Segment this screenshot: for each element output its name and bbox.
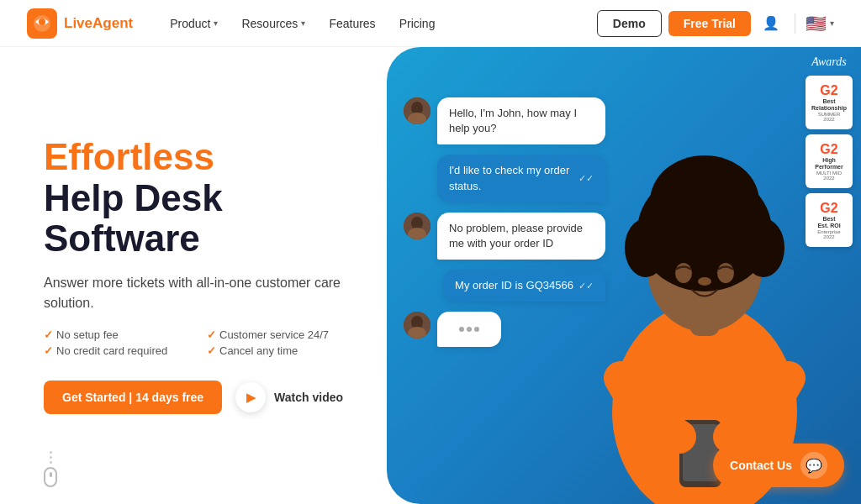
svg-point-9 [650, 155, 759, 248]
scroll-dot [50, 451, 52, 454]
chat-message-1: Hello, I'm John, how may I help you? [404, 97, 605, 144]
chat-area: Hello, I'm John, how may I help you? I'd… [404, 97, 605, 347]
typing-bubble [437, 312, 501, 347]
navigation: LiveAgent Product ▾ Resources ▾ Features… [0, 0, 861, 47]
chat-message-2: I'd like to check my order status. ✓✓ [437, 155, 605, 202]
hero-section: Effortless Help Desk Software Answer mor… [0, 47, 861, 504]
agent-avatar-3 [404, 312, 430, 339]
chat-message-3: No problem, please provide me with your … [404, 213, 605, 260]
scroll-mouse-dot [50, 472, 52, 477]
scroll-mouse [44, 467, 57, 487]
award-badge-1: G2 BestRelationship SUMMER2022 [806, 76, 853, 129]
nav-actions: Demo Free Trial 👤 🇺🇸 ▾ [597, 10, 834, 37]
feature-item-4: ✓ Cancel any time [207, 344, 353, 357]
free-trial-button[interactable]: Free Trial [668, 11, 751, 36]
read-receipt-icon: ✓✓ [578, 280, 594, 292]
award-badge-3: G2 BestEst. ROI Enterprise2022 [806, 193, 853, 247]
scroll-dots [50, 451, 52, 464]
headline-main: Help Desk Software [44, 178, 353, 260]
hero-right: Hello, I'm John, how may I help you? I'd… [387, 47, 861, 504]
agent-avatar-1 [404, 97, 430, 124]
headline-effortless: Effortless [44, 137, 353, 177]
g2-logo-2: G2 [820, 142, 837, 157]
chat-bubble-2: I'd like to check my order status. ✓✓ [437, 155, 605, 202]
nav-item-pricing[interactable]: Pricing [389, 12, 446, 35]
feature-item-2: ✓ Customer service 24/7 [207, 328, 353, 341]
nav-links: Product ▾ Resources ▾ Features Pricing [160, 12, 597, 35]
scroll-dot [50, 456, 52, 459]
chat-bubble-1: Hello, I'm John, how may I help you? [437, 97, 605, 144]
typing-dot [459, 327, 464, 332]
hero-cta: Get Started | 14 days free ▶ Watch video [44, 381, 353, 414]
hero-subtitle: Answer more tickets with all-in-one cust… [44, 273, 353, 313]
logo-text: LiveAgent [64, 15, 133, 32]
check-icon: ✓ [44, 328, 53, 341]
chat-bubble-3: No problem, please provide me with your … [437, 213, 605, 260]
svg-point-2 [39, 18, 45, 25]
logo[interactable]: LiveAgent [27, 8, 133, 39]
hero-features: ✓ No setup fee ✓ Customer service 24/7 ✓… [44, 328, 353, 357]
chat-icon: 💬 [800, 452, 827, 479]
scroll-dot [50, 461, 52, 464]
award-season-3: Enterprise2022 [817, 229, 840, 239]
awards-panel: Awards G2 BestRelationship SUMMER2022 G2… [806, 55, 853, 247]
read-receipt-icon: ✓✓ [578, 172, 594, 185]
agent-avatar-2 [404, 213, 430, 239]
nav-item-resources[interactable]: Resources ▾ [231, 12, 315, 35]
watch-video-button[interactable]: ▶ Watch video [235, 382, 343, 412]
chat-message-4: My order ID is GQ34566 ✓✓ [437, 270, 605, 302]
feature-item-3: ✓ No credit card required [44, 344, 190, 357]
chat-message-typing [404, 312, 605, 347]
chevron-down-icon: ▾ [301, 18, 305, 28]
award-badge-2: G2 HighPerformer MULTI MID2022 [806, 134, 853, 188]
award-label-1: BestRelationship [811, 98, 847, 113]
typing-indicator [449, 320, 489, 339]
chevron-down-icon: ▾ [214, 18, 218, 28]
award-label-2: HighPerformer [815, 157, 843, 171]
check-icon: ✓ [207, 344, 216, 357]
hero-person-image [570, 92, 839, 504]
play-icon: ▶ [235, 382, 266, 412]
hero-left: Effortless Help Desk Software Answer mor… [0, 47, 387, 504]
g2-logo-3: G2 [820, 201, 837, 216]
svg-point-12 [698, 277, 711, 286]
typing-dot [474, 327, 479, 332]
nav-item-product[interactable]: Product ▾ [160, 12, 228, 35]
demo-button[interactable]: Demo [597, 10, 662, 37]
scroll-indicator [44, 451, 57, 487]
get-started-button[interactable]: Get Started | 14 days free [44, 381, 222, 414]
user-icon[interactable]: 👤 [758, 10, 784, 37]
chevron-down-icon: ▾ [830, 18, 834, 28]
typing-dot [467, 327, 472, 332]
award-season-2: MULTI MID2022 [816, 171, 842, 181]
nav-item-features[interactable]: Features [319, 12, 385, 35]
feature-item-1: ✓ No setup fee [44, 328, 190, 341]
language-selector[interactable]: 🇺🇸 ▾ [806, 13, 834, 34]
contact-us-button[interactable]: Contact Us 💬 [713, 444, 844, 487]
check-icon: ✓ [207, 328, 216, 341]
award-label-3: BestEst. ROI [817, 216, 840, 230]
check-icon: ✓ [44, 344, 53, 357]
chat-bubble-4: My order ID is GQ34566 ✓✓ [443, 270, 605, 302]
nav-divider [795, 13, 795, 34]
awards-title: Awards [811, 55, 847, 69]
g2-logo-1: G2 [820, 83, 837, 98]
award-season-1: SUMMER2022 [818, 112, 841, 122]
